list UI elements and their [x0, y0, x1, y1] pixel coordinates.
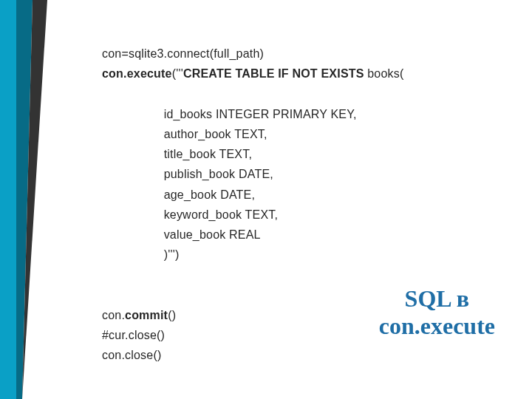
- code-text: (''': [172, 67, 183, 80]
- code-bold: commit: [125, 309, 168, 321]
- heading-line: con.execute: [379, 313, 495, 340]
- code-line: keyword_book TEXT,: [164, 208, 279, 221]
- code-text: (): [168, 309, 176, 321]
- code-bold: con.execute: [102, 67, 172, 80]
- code-line: con.close(): [102, 349, 161, 361]
- svg-marker-1: [16, 0, 33, 399]
- code-line: con=sqlite3.connect(full_path): [102, 47, 264, 60]
- code-line: value_book REAL: [164, 228, 261, 241]
- code-line: )'''): [164, 248, 180, 261]
- decorative-edge: [0, 0, 47, 399]
- code-line: #cur.close(): [102, 329, 165, 341]
- code-line: age_book DATE,: [164, 188, 255, 201]
- code-line: author_book TEXT,: [164, 128, 267, 140]
- svg-marker-0: [0, 0, 16, 399]
- code-bold: CREATE TABLE IF NOT EXISTS: [183, 67, 364, 80]
- code-line: id_books INTEGER PRIMARY KEY,: [164, 108, 357, 120]
- code-text: con.: [102, 309, 125, 321]
- code-line: publish_book DATE,: [164, 168, 273, 180]
- heading-line: SQL в: [379, 285, 495, 313]
- svg-marker-2: [22, 0, 47, 399]
- code-line: title_book TEXT,: [164, 148, 252, 160]
- code-text: books(: [364, 67, 404, 80]
- slide-heading: SQL в con.execute: [379, 285, 495, 340]
- slide: con=sqlite3.connect(full_path) con.execu…: [0, 0, 532, 399]
- code-block: con=sqlite3.connect(full_path) con.execu…: [102, 24, 403, 365]
